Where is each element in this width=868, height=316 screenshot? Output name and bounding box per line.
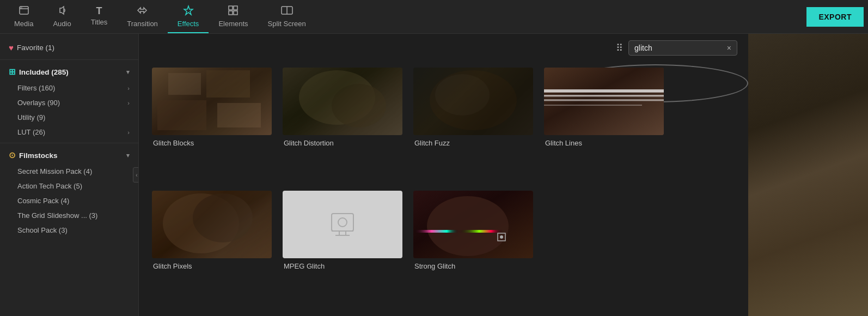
svg-rect-28 [332, 214, 353, 231]
effect-name-strong-glitch: Strong Glitch [413, 262, 533, 270]
sidebar-filters-label: Filters (160) [17, 84, 55, 92]
effect-thumb-glitch-fuzz [413, 68, 533, 135]
sidebar-sub-item-school[interactable]: School Pack (3) [0, 223, 138, 238]
titles-icon: T [96, 6, 102, 16]
svg-point-38 [500, 235, 503, 239]
effect-thumb-glitch-lines [544, 68, 664, 135]
svg-marker-2 [184, 6, 193, 15]
nav-item-split-screen[interactable]: Split Screen [258, 0, 316, 33]
svg-rect-5 [229, 11, 233, 15]
nav-item-effects[interactable]: Effects [168, 0, 209, 33]
transition-icon [137, 5, 149, 17]
sidebar-sub-item-cosmic[interactable]: Cosmic Pack (4) [0, 193, 138, 208]
sidebar-favorite-label: Favorite (1) [17, 44, 54, 52]
effect-item-strong-glitch[interactable]: Strong Glitch [413, 191, 533, 305]
sidebar-action-tech-label: Action Tech Pack (5) [17, 182, 82, 190]
nav-item-audio[interactable]: Audio [43, 0, 81, 33]
mpeg-glitch-placeholder [283, 191, 402, 258]
sidebar-sub-item-filters[interactable]: Filters (160) › [0, 81, 138, 95]
effects-icon [183, 5, 194, 17]
effect-item-glitch-pixels[interactable]: Glitch Pixels [152, 191, 272, 305]
search-input[interactable] [634, 44, 723, 52]
sidebar-grid-slideshow-label: The Grid Slideshow ... (3) [17, 211, 97, 220]
sidebar: ♥ Favorite (1) ⊞ Included (285) ▾ Filter… [0, 34, 139, 316]
effect-item-mpeg-glitch[interactable]: MPEG Glitch [283, 191, 402, 305]
effect-thumb-strong-glitch [413, 191, 533, 258]
effect-thumb-glitch-distortion [283, 68, 402, 135]
sidebar-item-favorite[interactable]: ♥ Favorite (1) [0, 39, 138, 56]
grid-view-icon[interactable]: ⠿ [616, 42, 623, 54]
chevron-down-icon-filmstocks: ▾ [126, 152, 130, 159]
svg-point-35 [427, 196, 509, 256]
sidebar-item-filmstocks[interactable]: ⊙ Filmstocks ▾ [0, 147, 138, 164]
effect-thumb-mpeg-glitch [283, 191, 402, 258]
nav-item-elements[interactable]: Elements [209, 0, 258, 33]
preview-background [748, 34, 868, 316]
sidebar-utility-label: Utility (9) [17, 113, 45, 121]
search-clear-button[interactable]: × [727, 44, 731, 52]
preview-panel [748, 34, 868, 316]
svg-rect-22 [544, 95, 664, 96]
sidebar-sub-item-overlays[interactable]: Overlays (90) › [0, 95, 138, 110]
svg-rect-36 [413, 230, 533, 233]
sidebar-divider-1 [0, 59, 138, 60]
sidebar-sub-item-lut[interactable]: LUT (26) › [0, 125, 138, 139]
nav-item-transition[interactable]: Transition [117, 0, 168, 33]
media-icon [19, 5, 29, 17]
sidebar-filmstocks-label: Filmstocks [19, 151, 58, 160]
content-area: ⠿ × [139, 34, 748, 316]
sidebar-sub-item-grid-slideshow[interactable]: The Grid Slideshow ... (3) [0, 208, 138, 223]
effect-name-glitch-blocks: Glitch Blocks [152, 139, 272, 147]
effect-name-glitch-distortion: Glitch Distortion [283, 139, 402, 147]
effect-name-mpeg-glitch: MPEG Glitch [283, 262, 402, 270]
grid-icon: ⊞ [9, 67, 16, 77]
effect-item-glitch-blocks[interactable]: Glitch Blocks [152, 68, 272, 182]
sidebar-school-label: School Pack (3) [17, 226, 68, 234]
svg-rect-1 [20, 7, 22, 9]
search-bar: ⠿ × [139, 34, 748, 62]
effect-item-glitch-fuzz[interactable]: Glitch Fuzz [413, 68, 533, 182]
chevron-right-icon-filters: › [127, 85, 130, 92]
sidebar-included-label: Included (285) [19, 68, 69, 76]
sidebar-divider-2 [0, 143, 138, 143]
heart-icon: ♥ [9, 43, 14, 52]
sidebar-sub-item-action-tech[interactable]: Action Tech Pack (5) [0, 179, 138, 193]
audio-icon [57, 5, 68, 17]
effect-name-glitch-fuzz: Glitch Fuzz [413, 139, 533, 147]
nav-label-titles: Titles [91, 18, 108, 26]
effect-name-glitch-pixels: Glitch Pixels [152, 262, 272, 270]
effect-item-glitch-distortion[interactable]: Glitch Distortion [283, 68, 402, 182]
svg-point-27 [193, 193, 253, 242]
chevron-right-icon-overlays: › [127, 100, 130, 106]
effect-thumb-glitch-pixels [152, 191, 272, 258]
svg-rect-21 [544, 89, 664, 92]
svg-rect-4 [234, 6, 237, 10]
filmstocks-icon: ⊙ [9, 150, 16, 160]
sidebar-item-included[interactable]: ⊞ Included (285) ▾ [0, 63, 138, 81]
nav-label-split-screen: Split Screen [268, 20, 306, 28]
nav-label-media: Media [14, 20, 33, 28]
svg-point-19 [435, 74, 490, 116]
sidebar-sub-item-secret-mission[interactable]: Secret Mission Pack (4) [0, 164, 138, 179]
split-screen-icon [281, 5, 293, 17]
nav-label-transition: Transition [127, 20, 158, 28]
svg-rect-24 [544, 105, 642, 106]
nav-item-titles[interactable]: T Titles [81, 0, 118, 33]
svg-rect-11 [206, 70, 250, 98]
sidebar-secret-mission-label: Secret Mission Pack (4) [17, 167, 92, 175]
svg-rect-6 [234, 11, 237, 15]
search-input-wrap: × [628, 40, 737, 56]
effect-item-glitch-lines[interactable]: Glitch Lines [544, 68, 664, 182]
export-button[interactable]: EXPORT [806, 7, 864, 27]
svg-point-29 [338, 218, 347, 227]
sidebar-collapse-button[interactable]: ‹ [133, 167, 139, 183]
svg-rect-10 [168, 73, 201, 95]
effects-grid: Glitch Blocks [139, 62, 748, 316]
sidebar-sub-item-utility[interactable]: Utility (9) [0, 110, 138, 125]
nav-item-media[interactable]: Media [4, 0, 43, 33]
svg-rect-13 [217, 103, 261, 127]
nav-label-effects: Effects [178, 20, 199, 28]
svg-rect-3 [229, 6, 233, 10]
sidebar-overlays-label: Overlays (90) [17, 99, 60, 107]
svg-rect-20 [544, 68, 664, 135]
